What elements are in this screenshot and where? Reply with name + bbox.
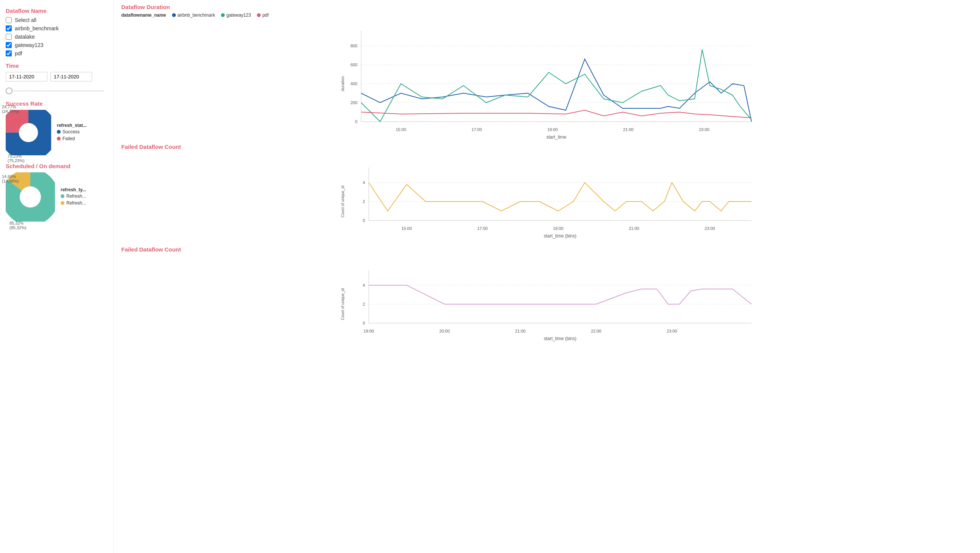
svg-text:0: 0 <box>363 218 365 223</box>
svg-text:19:00: 19:00 <box>547 127 558 132</box>
legend-label: dataflowname_name <box>121 13 166 18</box>
svg-text:start_time (bins): start_time (bins) <box>544 233 576 238</box>
duration-legend: dataflowname_name airbnb_benchmark gatew… <box>121 13 972 18</box>
airbnb-legend: airbnb_benchmark <box>172 13 215 18</box>
failed-yellow-line <box>369 183 751 211</box>
teal-dot <box>60 194 64 198</box>
refresh-yellow-label: Refresh... <box>66 200 86 206</box>
refresh-teal-label: Refresh... <box>66 194 86 199</box>
svg-text:23:00: 23:00 <box>699 127 710 132</box>
date-end-input[interactable] <box>50 72 92 81</box>
svg-text:200: 200 <box>350 100 357 105</box>
svg-text:19:00: 19:00 <box>553 226 563 230</box>
svg-text:15:00: 15:00 <box>396 127 406 132</box>
success-percent-label: 75,23%(75,23%) <box>8 154 25 163</box>
success-legend-success-label: Success <box>62 129 80 135</box>
svg-point-5 <box>20 186 41 208</box>
success-rate-pie <box>6 110 51 155</box>
gateway-checkbox[interactable] <box>6 42 12 48</box>
svg-text:15:00: 15:00 <box>401 226 412 230</box>
svg-text:20:00: 20:00 <box>439 329 450 333</box>
success-legend-success: Success <box>57 129 87 135</box>
airbnb-row[interactable]: airbnb_benchmark <box>6 25 108 32</box>
select-all-row[interactable]: Select all <box>6 17 108 23</box>
duration-chart-title: Dataflow Duration <box>121 4 972 10</box>
scheduled-legend-teal: Refresh... <box>60 194 86 199</box>
failed-percent-label: 24,77%(24,77%) <box>2 105 19 114</box>
svg-text:17:00: 17:00 <box>471 127 482 132</box>
failed-count-title: Failed Dataflow Count <box>121 143 972 150</box>
failed-count2-section: Failed Dataflow Count 0 2 4 Count of uni… <box>121 246 972 347</box>
success-rate-wrapper: 24,77%(24,77%) 75,23%(75,23%) refresh_st… <box>6 110 108 155</box>
airbnb-line <box>361 59 751 122</box>
pdf-row[interactable]: pdf <box>6 50 108 56</box>
slider-track <box>6 91 104 91</box>
select-all-checkbox[interactable] <box>6 17 12 23</box>
failed-count-svg: 0 2 4 Count of unique_id 15:00 17:00 19:… <box>121 152 972 243</box>
success-legend-failed-label: Failed <box>62 136 75 141</box>
success-legend-failed: Failed <box>57 136 87 141</box>
gateway-row[interactable]: gateway123 <box>6 42 108 48</box>
svg-text:23:00: 23:00 <box>705 226 715 230</box>
scheduled-legend: refresh_ty... Refresh... Refresh... <box>60 187 86 207</box>
datalake-row[interactable]: datalake <box>6 34 108 40</box>
svg-text:Count of unique_id: Count of unique_id <box>341 186 345 218</box>
yellow-dot <box>60 201 64 205</box>
gateway-legend-text: gateway123 <box>226 13 251 18</box>
datalake-label: datalake <box>15 34 35 40</box>
dataflow-name-title: Dataflow Name <box>6 8 108 14</box>
gateway-legend-circle <box>221 13 225 17</box>
small-segment-label: 14,68%(14,68%) <box>2 174 19 183</box>
failed-count2-svg: 0 2 4 Count of unique_id 19:00 20:00 21:… <box>121 255 972 346</box>
airbnb-legend-circle <box>172 13 176 17</box>
svg-text:600: 600 <box>350 62 357 67</box>
slider-thumb[interactable] <box>6 87 13 94</box>
airbnb-label: airbnb_benchmark <box>15 25 59 32</box>
svg-text:Count of unique_id: Count of unique_id <box>341 288 345 320</box>
duration-chart-section: Dataflow Duration dataflowname_name airb… <box>121 4 972 141</box>
pdf-label: pdf <box>15 50 22 56</box>
svg-text:duration: duration <box>340 76 345 91</box>
gateway-line <box>361 49 751 122</box>
airbnb-checkbox[interactable] <box>6 25 12 32</box>
success-rate-title: Success Rate <box>6 100 108 107</box>
svg-text:23:00: 23:00 <box>667 329 677 333</box>
scheduled-legend-title: refresh_ty... <box>60 187 86 192</box>
pdf-legend-text: pdf <box>262 13 269 18</box>
duration-svg: 0 200 400 600 800 duration 15:00 17:00 1… <box>121 19 972 140</box>
svg-text:17:00: 17:00 <box>477 226 488 230</box>
scheduled-title: Scheduled / On demand <box>6 163 108 169</box>
failed-dot <box>57 137 60 140</box>
scheduled-wrapper: 14,68%(14,68%) 85,32%(85,32%) refresh_ty… <box>6 172 108 222</box>
failed-pink-line <box>369 285 751 304</box>
svg-text:start_time (bins): start_time (bins) <box>544 336 576 341</box>
datalake-checkbox[interactable] <box>6 34 12 40</box>
success-legend: refresh_stat... Success Failed <box>57 123 87 143</box>
large-segment-label: 85,32%(85,32%) <box>10 221 27 230</box>
svg-text:22:00: 22:00 <box>591 329 601 333</box>
svg-text:2: 2 <box>363 199 365 204</box>
time-slider[interactable] <box>6 85 104 97</box>
svg-text:400: 400 <box>350 81 357 86</box>
success-dot <box>57 130 60 134</box>
pdf-checkbox[interactable] <box>6 50 12 56</box>
pdf-line <box>361 110 751 118</box>
failed-count-section: Failed Dataflow Count 0 2 4 Count of uni… <box>121 143 972 244</box>
pdf-legend-circle <box>257 13 261 17</box>
gateway-label: gateway123 <box>15 42 44 48</box>
svg-text:21:00: 21:00 <box>515 329 526 333</box>
svg-text:0: 0 <box>363 321 365 325</box>
date-start-input[interactable] <box>6 72 48 81</box>
svg-text:4: 4 <box>363 283 365 288</box>
success-legend-title: refresh_stat... <box>57 123 87 128</box>
svg-point-2 <box>19 123 38 142</box>
svg-text:4: 4 <box>363 180 365 185</box>
svg-text:0: 0 <box>355 119 357 124</box>
svg-text:800: 800 <box>350 44 357 48</box>
failed-count2-title: Failed Dataflow Count <box>121 246 972 253</box>
scheduled-legend-yellow: Refresh... <box>60 200 86 206</box>
svg-text:21:00: 21:00 <box>629 226 639 230</box>
pdf-legend: pdf <box>257 13 269 18</box>
svg-text:19:00: 19:00 <box>363 329 374 333</box>
select-all-label: Select all <box>15 17 37 23</box>
